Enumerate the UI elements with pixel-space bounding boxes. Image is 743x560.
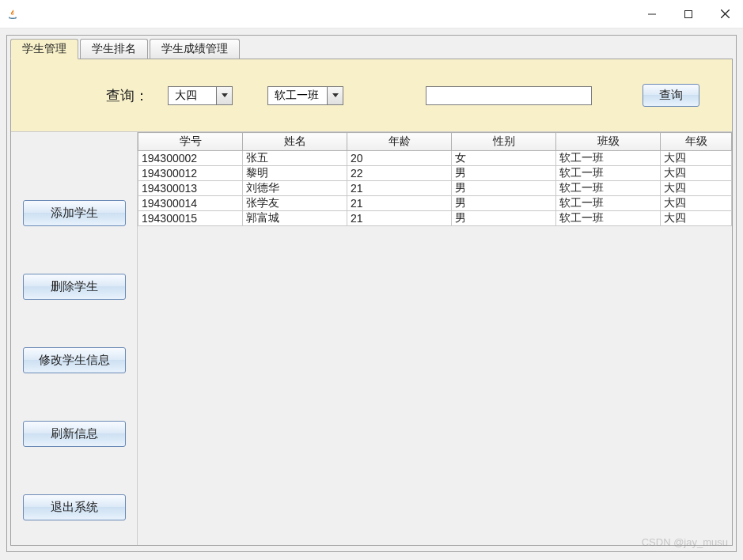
table-row[interactable]: 194300012黎明22男软工一班大四	[138, 166, 732, 181]
table-row[interactable]: 194300002张五20女软工一班大四	[138, 151, 732, 166]
tab-student-manage[interactable]: 学生管理	[10, 39, 78, 59]
tab-bar: 学生管理 学生排名 学生成绩管理	[10, 39, 736, 59]
table-cell[interactable]: 软工一班	[556, 151, 661, 166]
query-panel: 查询： 大四 软工一班 查询	[11, 59, 732, 132]
table-cell[interactable]: 21	[347, 181, 452, 196]
edit-student-button[interactable]: 修改学生信息	[23, 347, 126, 373]
table-header-row: 学号 姓名 年龄 性别 班级 年级	[138, 133, 732, 151]
table-cell[interactable]: 21	[347, 211, 452, 226]
table-cell[interactable]: 大四	[661, 181, 732, 196]
table-cell[interactable]: 张学友	[243, 196, 347, 211]
col-gender[interactable]: 性别	[452, 133, 556, 151]
table-cell[interactable]: 张五	[243, 151, 347, 166]
col-age[interactable]: 年龄	[347, 133, 452, 151]
col-name[interactable]: 姓名	[243, 133, 347, 151]
table-cell[interactable]: 郭富城	[243, 211, 347, 226]
table-cell[interactable]: 194300012	[138, 166, 243, 181]
col-class[interactable]: 班级	[556, 133, 661, 151]
content-frame: 学生管理 学生排名 学生成绩管理 查询： 大四 软工一班 查询 添加	[6, 35, 737, 552]
grade-select-value: 大四	[169, 87, 216, 104]
col-grade[interactable]: 年级	[661, 133, 732, 151]
refresh-button[interactable]: 刷新信息	[23, 421, 126, 447]
table-cell[interactable]: 软工一班	[556, 211, 661, 226]
delete-student-button[interactable]: 删除学生	[23, 274, 126, 300]
tab-grade-manage[interactable]: 学生成绩管理	[150, 39, 240, 59]
table-cell[interactable]: 194300014	[138, 196, 243, 211]
table-cell[interactable]: 男	[452, 196, 556, 211]
table-cell[interactable]: 软工一班	[556, 196, 661, 211]
table-cell[interactable]: 大四	[661, 196, 732, 211]
student-table[interactable]: 学号 姓名 年龄 性别 班级 年级 194300002张五20女软工一班大四19…	[138, 132, 732, 226]
chevron-down-icon[interactable]	[327, 87, 343, 104]
table-cell[interactable]: 194300013	[138, 181, 243, 196]
add-student-button[interactable]: 添加学生	[23, 200, 126, 226]
class-select[interactable]: 软工一班	[267, 86, 343, 105]
minimize-button[interactable]	[634, 0, 670, 28]
tab-student-rank[interactable]: 学生排名	[80, 39, 148, 59]
col-id[interactable]: 学号	[138, 133, 243, 151]
table-cell[interactable]: 21	[347, 196, 452, 211]
window-controls	[634, 0, 743, 28]
table-cell[interactable]: 22	[347, 166, 452, 181]
query-button[interactable]: 查询	[643, 84, 699, 107]
close-button[interactable]	[707, 0, 743, 28]
table-cell[interactable]: 194300002	[138, 151, 243, 166]
maximize-button[interactable]	[670, 0, 707, 28]
table-row[interactable]: 194300014张学友21男软工一班大四	[138, 196, 732, 211]
class-select-value: 软工一班	[268, 87, 327, 104]
table-row[interactable]: 194300013刘德华21男软工一班大四	[138, 181, 732, 196]
table-cell[interactable]: 黎明	[243, 166, 347, 181]
table-cell[interactable]: 女	[452, 151, 556, 166]
table-cell[interactable]: 男	[452, 211, 556, 226]
query-label: 查询：	[106, 86, 149, 105]
table-cell[interactable]: 大四	[661, 211, 732, 226]
table-cell[interactable]: 男	[452, 166, 556, 181]
title-bar	[0, 0, 743, 28]
table-container: 学号 姓名 年龄 性别 班级 年级 194300002张五20女软工一班大四19…	[138, 132, 732, 545]
exit-button[interactable]: 退出系统	[23, 494, 126, 520]
table-cell[interactable]: 20	[347, 151, 452, 166]
chevron-down-icon[interactable]	[216, 87, 232, 104]
svg-rect-0	[685, 10, 692, 17]
app-icon	[6, 8, 19, 21]
table-cell[interactable]: 大四	[661, 166, 732, 181]
sidebar: 添加学生 删除学生 修改学生信息 刷新信息 退出系统	[11, 132, 138, 545]
tab-panel: 查询： 大四 软工一班 查询 添加学生 删除学生 修改学生信息 刷新信	[10, 59, 733, 546]
table-cell[interactable]: 软工一班	[556, 166, 661, 181]
table-cell[interactable]: 男	[452, 181, 556, 196]
table-cell[interactable]: 刘德华	[243, 181, 347, 196]
table-cell[interactable]: 软工一班	[556, 181, 661, 196]
table-row[interactable]: 194300015郭富城21男软工一班大四	[138, 211, 732, 226]
table-cell[interactable]: 194300015	[138, 211, 243, 226]
grade-select[interactable]: 大四	[168, 86, 233, 105]
body-row: 添加学生 删除学生 修改学生信息 刷新信息 退出系统 学号 姓名 年龄 性别 班…	[11, 132, 732, 545]
search-input[interactable]	[426, 86, 592, 105]
table-cell[interactable]: 大四	[661, 151, 732, 166]
